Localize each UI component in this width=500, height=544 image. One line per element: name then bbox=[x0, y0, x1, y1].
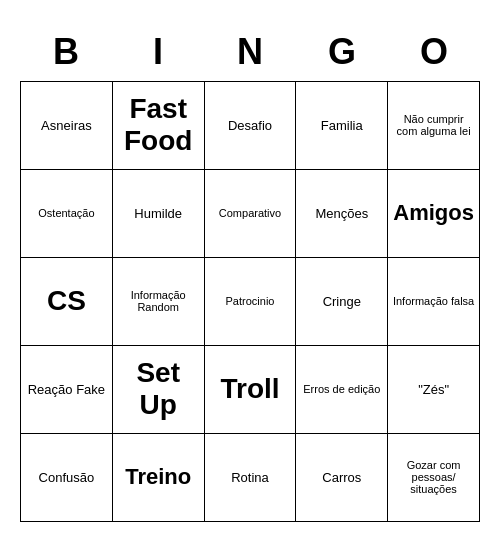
bingo-cell-4-4: Gozar com pessoas/ situações bbox=[388, 434, 480, 522]
bingo-cell-1-2: Comparativo bbox=[205, 170, 297, 258]
title-letter: N bbox=[204, 23, 296, 81]
bingo-cell-4-2: Rotina bbox=[205, 434, 297, 522]
bingo-cell-2-0: CS bbox=[21, 258, 113, 346]
bingo-title: BINGO bbox=[20, 23, 480, 81]
bingo-cell-2-4: Informação falsa bbox=[388, 258, 480, 346]
bingo-cell-3-1: Set Up bbox=[113, 346, 205, 434]
bingo-cell-0-1: Fast Food bbox=[113, 82, 205, 170]
bingo-cell-3-3: Erros de edição bbox=[296, 346, 388, 434]
bingo-cell-0-3: Familia bbox=[296, 82, 388, 170]
bingo-cell-4-0: Confusão bbox=[21, 434, 113, 522]
bingo-cell-1-3: Menções bbox=[296, 170, 388, 258]
bingo-cell-0-2: Desafio bbox=[205, 82, 297, 170]
bingo-cell-4-1: Treino bbox=[113, 434, 205, 522]
title-letter: G bbox=[296, 23, 388, 81]
bingo-cell-4-3: Carros bbox=[296, 434, 388, 522]
bingo-cell-0-0: Asneiras bbox=[21, 82, 113, 170]
bingo-card: BINGO AsneirasFast FoodDesafioFamiliaNão… bbox=[10, 13, 490, 532]
title-letter: O bbox=[388, 23, 480, 81]
bingo-grid: AsneirasFast FoodDesafioFamiliaNão cumpr… bbox=[20, 81, 480, 522]
title-letter: B bbox=[20, 23, 112, 81]
bingo-cell-2-2: Patrocinio bbox=[205, 258, 297, 346]
bingo-cell-2-1: Informação Random bbox=[113, 258, 205, 346]
bingo-cell-1-1: Humilde bbox=[113, 170, 205, 258]
title-letter: I bbox=[112, 23, 204, 81]
bingo-cell-1-4: Amigos bbox=[388, 170, 480, 258]
bingo-cell-0-4: Não cumprir com alguma lei bbox=[388, 82, 480, 170]
bingo-cell-2-3: Cringe bbox=[296, 258, 388, 346]
bingo-cell-3-0: Reação Fake bbox=[21, 346, 113, 434]
bingo-cell-3-4: "Zés" bbox=[388, 346, 480, 434]
bingo-cell-3-2: Troll bbox=[205, 346, 297, 434]
bingo-cell-1-0: Ostentação bbox=[21, 170, 113, 258]
